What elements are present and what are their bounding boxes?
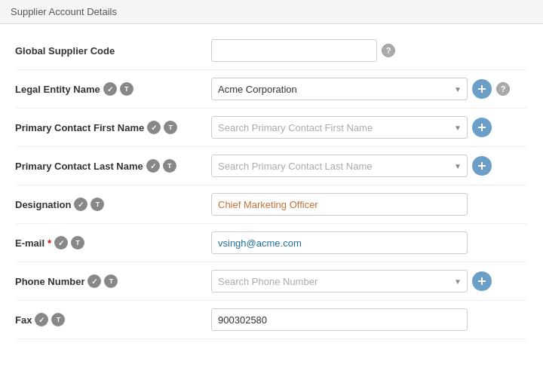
- select-wrapper-legal-entity-name: Acme Corporation▼: [211, 78, 468, 100]
- control-area-email: [211, 231, 528, 254]
- control-area-phone-number: Search Phone Number▼: [211, 270, 528, 292]
- select-phone-number[interactable]: Search Phone Number: [211, 270, 468, 292]
- label-text-primary-contact-first-name: Primary Contact First Name: [15, 122, 144, 133]
- form-row-fax: Fax: [15, 301, 528, 339]
- page-title: Supplier Account Details: [11, 6, 117, 17]
- select-primary-contact-first-name[interactable]: Search Primary Contact First Name: [211, 116, 468, 139]
- form-container: Global Supplier CodeLegal Entity NameAcm…: [0, 24, 543, 354]
- control-area-fax: [211, 308, 528, 331]
- input-designation[interactable]: [211, 193, 468, 216]
- select-legal-entity-name[interactable]: Acme Corporation: [211, 78, 468, 100]
- check-icon[interactable]: [103, 82, 117, 96]
- label-designation: Designation: [15, 198, 211, 211]
- select-primary-contact-last-name[interactable]: Search Primary Contact Last Name: [211, 155, 468, 177]
- check-icon[interactable]: [147, 121, 161, 134]
- add-btn-phone-number[interactable]: [472, 271, 492, 291]
- required-indicator: *: [48, 237, 51, 249]
- input-email[interactable]: [211, 231, 468, 254]
- form-row-designation: Designation: [15, 185, 528, 224]
- label-text-global-supplier-code: Global Supplier Code: [15, 45, 115, 57]
- form-row-primary-contact-first-name: Primary Contact First NameSearch Primary…: [15, 109, 528, 147]
- form-row-primary-contact-last-name: Primary Contact Last NameSearch Primary …: [15, 147, 528, 185]
- add-btn-primary-contact-last-name[interactable]: [472, 156, 492, 176]
- check-icon[interactable]: [35, 313, 48, 326]
- page-header: Supplier Account Details: [0, 0, 543, 24]
- label-global-supplier-code: Global Supplier Code: [15, 45, 211, 57]
- form-row-legal-entity-name: Legal Entity NameAcme Corporation▼: [15, 70, 528, 109]
- label-primary-contact-last-name: Primary Contact Last Name: [15, 159, 211, 173]
- translate-icon[interactable]: [51, 313, 65, 326]
- select-wrapper-primary-contact-first-name: Search Primary Contact First Name▼: [211, 116, 468, 139]
- check-icon[interactable]: [74, 198, 87, 211]
- translate-icon[interactable]: [90, 198, 104, 211]
- label-text-primary-contact-last-name: Primary Contact Last Name: [15, 161, 143, 172]
- control-area-primary-contact-first-name: Search Primary Contact First Name▼: [211, 116, 528, 139]
- select-wrapper-phone-number: Search Phone Number▼: [211, 270, 468, 292]
- label-text-fax: Fax: [15, 314, 32, 326]
- label-fax: Fax: [15, 313, 211, 326]
- control-area-designation: [211, 193, 528, 216]
- add-btn-legal-entity-name[interactable]: [472, 79, 492, 99]
- label-text-email: E-mail: [15, 237, 44, 249]
- label-text-phone-number: Phone Number: [15, 276, 84, 287]
- label-primary-contact-first-name: Primary Contact First Name: [15, 121, 211, 134]
- control-area-primary-contact-last-name: Search Primary Contact Last Name▼: [211, 155, 528, 177]
- input-fax[interactable]: [211, 308, 468, 331]
- label-text-legal-entity-name: Legal Entity Name: [15, 84, 100, 95]
- check-icon[interactable]: [54, 236, 68, 250]
- help-icon[interactable]: [496, 82, 510, 96]
- control-area-global-supplier-code: [211, 39, 528, 62]
- input-global-supplier-code[interactable]: [211, 39, 377, 62]
- translate-icon[interactable]: [71, 236, 84, 250]
- select-wrapper-primary-contact-last-name: Search Primary Contact Last Name▼: [211, 155, 468, 177]
- form-row-email: E-mail*: [15, 224, 528, 262]
- form-row-global-supplier-code: Global Supplier Code: [15, 32, 528, 70]
- control-area-legal-entity-name: Acme Corporation▼: [211, 78, 528, 100]
- label-legal-entity-name: Legal Entity Name: [15, 82, 211, 96]
- label-text-designation: Designation: [15, 199, 71, 210]
- form-row-phone-number: Phone NumberSearch Phone Number▼: [15, 262, 528, 301]
- label-email: E-mail*: [15, 236, 211, 250]
- check-icon[interactable]: [87, 274, 101, 288]
- translate-icon[interactable]: [104, 274, 118, 288]
- translate-icon[interactable]: [164, 121, 177, 134]
- translate-icon[interactable]: [163, 159, 176, 173]
- add-btn-primary-contact-first-name[interactable]: [472, 118, 492, 137]
- translate-icon[interactable]: [120, 82, 133, 96]
- help-icon[interactable]: [382, 44, 395, 57]
- label-phone-number: Phone Number: [15, 274, 211, 288]
- check-icon[interactable]: [146, 159, 160, 173]
